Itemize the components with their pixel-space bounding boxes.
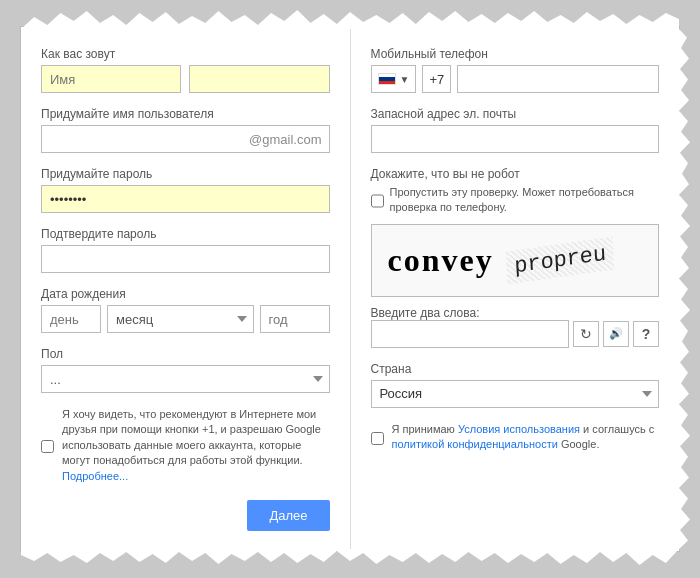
backup-email-input[interactable] [371, 125, 660, 153]
chevron-down-icon: ▼ [400, 74, 410, 85]
phone-flag-selector[interactable]: ▼ [371, 65, 417, 93]
audio-icon: 🔊 [609, 327, 623, 340]
captcha-word2: propreu [505, 236, 614, 284]
first-name-input[interactable] [41, 65, 181, 93]
dob-day-input[interactable] [41, 305, 101, 333]
phone-field-group: Мобильный телефон ▼ +7 [371, 47, 660, 93]
next-button[interactable]: Далее [247, 500, 329, 531]
gmail-suffix: @gmail.com [249, 132, 321, 147]
captcha-word1: convey [380, 238, 502, 283]
social-checkbox-link[interactable]: Подробнее... [62, 470, 128, 482]
name-field-group: Как вас зовут [41, 47, 330, 93]
social-checkbox[interactable] [41, 409, 54, 484]
verify-text: Пропустить эту проверку. Может потребова… [390, 185, 660, 216]
name-row [41, 65, 330, 93]
password-input[interactable] [41, 185, 330, 213]
captcha-text-input[interactable] [371, 320, 570, 348]
left-panel: Как вас зовут Придумайте имя пользовател… [21, 27, 351, 551]
country-label: Страна [371, 362, 660, 376]
phone-row: ▼ +7 [371, 65, 660, 93]
refresh-icon: ↻ [580, 326, 592, 342]
captcha-box: convey propreu [371, 224, 660, 297]
backup-email-label: Запасной адрес эл. почты [371, 107, 660, 121]
password-label: Придумайте пароль [41, 167, 330, 181]
username-wrapper: @gmail.com [41, 125, 330, 153]
captcha-help-button[interactable]: ? [633, 321, 659, 347]
social-checkbox-group: Я хочу видеть, что рекомендуют в Интерне… [41, 407, 330, 484]
terms-text: Я принимаю Условия использования и согла… [392, 422, 660, 453]
social-checkbox-text: Я хочу видеть, что рекомендуют в Интерне… [62, 407, 330, 484]
captcha-input-row: ↻ 🔊 ? [371, 320, 660, 348]
dob-field-group: Дата рождения месяц [41, 287, 330, 333]
backup-email-field-group: Запасной адрес эл. почты [371, 107, 660, 153]
captcha-refresh-button[interactable]: ↻ [573, 321, 599, 347]
verify-row: Пропустить эту проверку. Может потребова… [371, 185, 660, 216]
dob-month-select[interactable]: месяц [107, 305, 254, 333]
terms-checkbox-group: Я принимаю Условия использования и согла… [371, 422, 660, 453]
captcha-images: convey propreu [380, 233, 651, 288]
captcha-field-group: Докажите, что вы не робот Пропустить эту… [371, 167, 660, 348]
password-field-group: Придумайте пароль [41, 167, 330, 213]
confirm-password-label: Подтвердите пароль [41, 227, 330, 241]
gender-select[interactable]: ... [41, 365, 330, 393]
country-select[interactable]: Россия [371, 380, 660, 408]
help-icon: ? [642, 326, 651, 342]
captcha-input-label: Введите два слова: [371, 306, 480, 320]
dob-year-input[interactable] [260, 305, 330, 333]
last-name-input[interactable] [189, 65, 329, 93]
right-panel: Мобильный телефон ▼ +7 Запасной адрес эл… [351, 27, 680, 551]
verify-checkbox[interactable] [371, 186, 384, 216]
username-field-group: Придумайте имя пользователя @gmail.com [41, 107, 330, 153]
phone-label: Мобильный телефон [371, 47, 660, 61]
confirm-password-field-group: Подтвердите пароль [41, 227, 330, 273]
country-field-group: Страна Россия [371, 362, 660, 408]
dob-row: месяц [41, 305, 330, 333]
captcha-controls: ↻ 🔊 ? [573, 321, 659, 347]
terms-checkbox[interactable] [371, 424, 384, 453]
captcha-audio-button[interactable]: 🔊 [603, 321, 629, 347]
terms-link2[interactable]: политикой конфиденциальности [392, 438, 558, 450]
next-btn-row: Далее [41, 500, 330, 531]
gender-label: Пол [41, 347, 330, 361]
confirm-password-input[interactable] [41, 245, 330, 273]
terms-link1[interactable]: Условия использования [458, 423, 580, 435]
dob-label: Дата рождения [41, 287, 330, 301]
username-label: Придумайте имя пользователя [41, 107, 330, 121]
phone-country-code: +7 [422, 65, 451, 93]
name-label: Как вас зовут [41, 47, 330, 61]
phone-input[interactable] [457, 65, 659, 93]
captcha-section-label: Докажите, что вы не робот [371, 167, 660, 181]
russia-flag-icon [378, 73, 396, 85]
gender-field-group: Пол ... [41, 347, 330, 393]
